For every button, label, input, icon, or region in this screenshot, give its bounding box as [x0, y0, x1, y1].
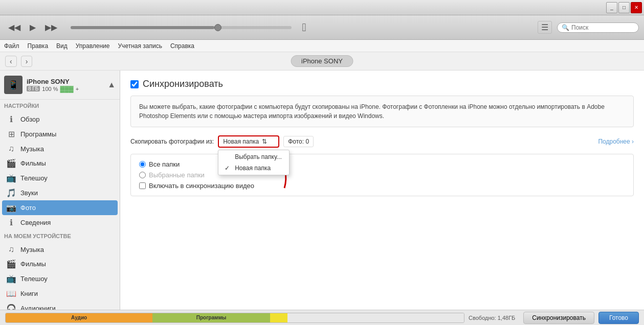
menu-account[interactable]: Учетная запись	[118, 42, 162, 50]
maximize-button[interactable]: □	[618, 2, 630, 13]
folder-dropdown[interactable]: Новая папка ⇅	[218, 135, 279, 148]
audio-segment: Аудио	[6, 313, 152, 322]
sidebar-item-overview[interactable]: ℹ Обзор	[2, 112, 118, 127]
tvshow-icon: 📺	[6, 173, 16, 183]
next-button[interactable]: ▶▶	[42, 20, 60, 34]
sidebar-item-music2[interactable]: ♫ Музыка	[2, 242, 118, 257]
options-section: Все папки Выбранные папки Включать в син…	[130, 154, 634, 196]
sidebar-item-audiobooks[interactable]: 🎧 Аудиокниги	[2, 301, 118, 310]
sidebar-item-films2[interactable]: 🎬 Фильмы	[2, 257, 118, 271]
sidebar-item-info[interactable]: ℹ Сведения	[2, 215, 118, 230]
toolbar: ◀◀ ▶ ▶▶  ☰ 🔍	[0, 15, 644, 40]
sidebar-label-sounds: Звуки	[20, 189, 38, 197]
tvshow2-icon: 📺	[6, 274, 16, 284]
device-header: На моем устройстве	[0, 230, 120, 242]
search-icon: 🔍	[562, 24, 569, 31]
copy-label: Скопировать фотографии из:	[130, 138, 214, 145]
progress-bar[interactable]	[71, 26, 292, 29]
settings-header: Настройки	[0, 100, 120, 112]
dropdown-item-choose[interactable]: Выбрать папку...	[218, 151, 289, 163]
menu-help[interactable]: Справка	[170, 42, 194, 50]
storage-badge: 8 ГБ	[27, 86, 40, 91]
content-area: Синхронизировать Вы можете выбрать, каки…	[120, 71, 644, 310]
yellow-segment	[270, 313, 287, 322]
status-bar: Аудио Программы Свободно: 1,48ГБ Синхрон…	[0, 310, 644, 325]
sidebar-item-programs[interactable]: ⊞ Программы	[2, 127, 118, 142]
video-sync-checkbox[interactable]	[139, 182, 146, 189]
sidebar-item-photo[interactable]: 📷 Фото	[2, 200, 118, 215]
search-box[interactable]: 🔍	[557, 22, 639, 33]
storage-bars: Аудио Программы	[5, 313, 464, 323]
device-panel: 📱 iPhone SONY 8 ГБ 100 % ▓▓▓ + ▲	[0, 71, 120, 100]
menu-file[interactable]: Файл	[4, 42, 19, 50]
back-button[interactable]: ‹	[5, 56, 17, 67]
films-icon: 🎬	[6, 158, 16, 168]
description-text: Вы можете выбрать, какие фотографии с ко…	[139, 103, 605, 120]
video-sync-row: Включать в синхронизацию видео	[139, 182, 625, 190]
music-icon: ♫	[6, 144, 16, 153]
programs-label: Программы	[196, 315, 227, 320]
dropdown-wrapper: Новая папка ⇅ Выбрать папку... ✓ Новая п…	[218, 135, 279, 148]
audiobooks-icon: 🎧	[6, 304, 16, 310]
sounds-icon: 🎵	[6, 188, 16, 198]
dropdown-item-newfolder[interactable]: ✓ Новая папка	[218, 163, 289, 174]
more-link[interactable]: Подробнее ›	[598, 138, 634, 145]
selected-folders-label: Выбранные папки	[149, 171, 205, 179]
sidebar-label-films: Фильмы	[20, 159, 46, 167]
selected-folders-row: Выбранные папки	[139, 171, 625, 179]
prev-button[interactable]: ◀◀	[5, 20, 24, 34]
menu-view[interactable]: Вид	[56, 42, 68, 50]
play-button[interactable]: ▶	[27, 20, 39, 34]
books-icon: 📖	[6, 289, 16, 298]
menu-bar: Файл Правка Вид Управление Учетная запис…	[0, 40, 644, 52]
progress-fill	[71, 26, 214, 29]
sidebar-item-sounds[interactable]: 🎵 Звуки	[2, 185, 118, 200]
close-button[interactable]: ✕	[631, 2, 642, 13]
sidebar-item-books[interactable]: 📖 Книги	[2, 286, 118, 301]
programs-segment: Программы	[152, 313, 270, 322]
sidebar-label-overview: Обзор	[20, 115, 40, 123]
nav-bar: ‹ › iPhone SONY	[0, 52, 644, 71]
photo-count-badge: Фото: 0	[283, 136, 314, 147]
sync-checkbox[interactable]	[130, 80, 139, 88]
free-label: Свободно: 1,48ГБ	[464, 315, 519, 321]
sidebar-item-music[interactable]: ♫ Музыка	[2, 142, 118, 156]
menu-manage[interactable]: Управление	[76, 42, 110, 50]
menu-edit[interactable]: Правка	[28, 42, 49, 50]
title-bar: _ □ ✕	[0, 0, 644, 15]
sidebar-label-programs: Программы	[20, 130, 56, 138]
eject-button[interactable]: ▲	[107, 80, 116, 89]
programs-icon: ⊞	[6, 129, 16, 139]
sidebar-label-music: Музыка	[20, 145, 44, 153]
dropdown-arrow-icon: ⇅	[262, 138, 267, 145]
search-input[interactable]	[571, 24, 633, 31]
sidebar-item-tvshow2[interactable]: 📺 Телешоу	[2, 271, 118, 286]
sidebar-label-music2: Музыка	[20, 246, 44, 253]
all-folders-label: Все папки	[149, 160, 180, 168]
sidebar: 📱 iPhone SONY 8 ГБ 100 % ▓▓▓ + ▲ Настрой…	[0, 71, 120, 310]
phone-icon: 📱	[8, 79, 19, 90]
forward-button[interactable]: ›	[21, 56, 33, 67]
battery-icon: ▓▓▓	[60, 85, 74, 92]
video-sync-label: Включать в синхронизацию видео	[149, 182, 254, 190]
minimize-button[interactable]: _	[606, 2, 617, 13]
sync-button[interactable]: Синхронизировать	[523, 312, 594, 324]
all-folders-row: Все папки	[139, 160, 625, 168]
all-folders-radio[interactable]	[139, 161, 146, 168]
sidebar-label-info: Сведения	[20, 219, 51, 226]
sidebar-label-films2: Фильмы	[20, 260, 46, 268]
audio-label: Аудио	[71, 315, 87, 320]
sidebar-label-photo: Фото	[20, 204, 36, 212]
main-layout: 📱 iPhone SONY 8 ГБ 100 % ▓▓▓ + ▲ Настрой…	[0, 71, 644, 310]
sync-title: Синхронизировать	[143, 79, 223, 89]
sync-header: Синхронизировать	[130, 79, 634, 89]
selected-folders-radio[interactable]	[139, 172, 146, 178]
sidebar-item-tvshow[interactable]: 📺 Телешоу	[2, 171, 118, 185]
progress-thumb	[214, 24, 221, 31]
done-button[interactable]: Готово	[598, 312, 639, 324]
list-view-button[interactable]: ☰	[538, 21, 552, 34]
sidebar-item-films[interactable]: 🎬 Фильмы	[2, 156, 118, 171]
films2-icon: 🎬	[6, 259, 16, 269]
charge-icon: +	[76, 86, 79, 92]
description-box: Вы можете выбрать, какие фотографии с ко…	[130, 96, 634, 127]
